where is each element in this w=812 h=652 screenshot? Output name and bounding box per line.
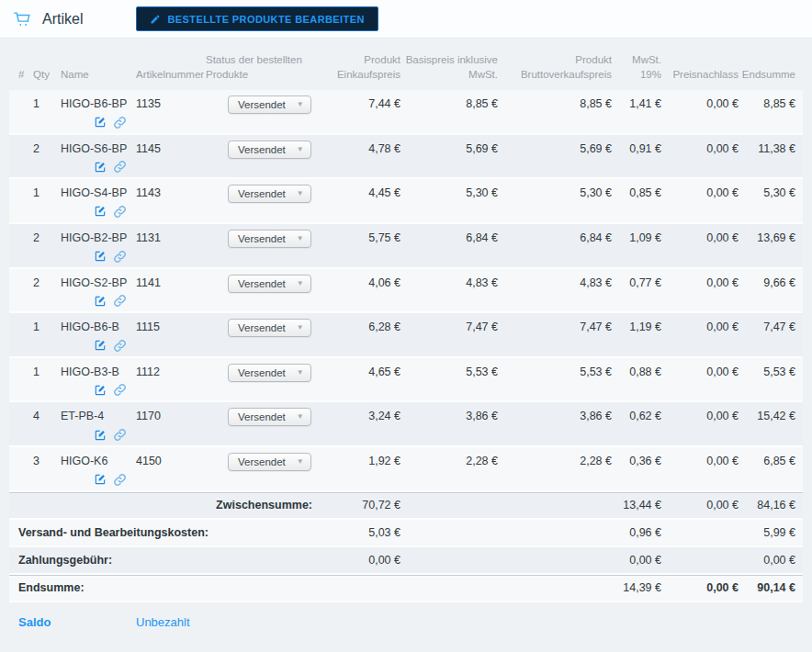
link-product-icon[interactable] <box>113 205 127 219</box>
product-name: HIGO-B6-B <box>61 320 136 335</box>
link-product-icon[interactable] <box>113 250 127 264</box>
status-dropdown[interactable]: Versendet▼ <box>228 408 311 426</box>
link-product-icon[interactable] <box>113 339 127 353</box>
mwst-cell: 1,19 € <box>612 320 661 353</box>
preisnachlass-cell: 0,00 € <box>661 410 739 442</box>
status-value: Versendet <box>238 188 286 199</box>
endsumme-cell: 6,85 € <box>739 455 795 487</box>
basispreis-cell: 2,28 € <box>400 455 498 487</box>
edit-product-icon[interactable] <box>94 339 107 352</box>
saldo-status-link[interactable]: Unbezahlt <box>136 615 190 629</box>
col-header-status: Status der bestellten Produkte <box>206 53 312 82</box>
chevron-down-icon: ▼ <box>297 458 304 466</box>
table-row: 1 HIGO-B3-B 1112 Versendet▼ 4,65 € 5,53 … <box>9 358 803 403</box>
preisnachlass-cell: 0,00 € <box>661 365 739 398</box>
basispreis-cell: 8,85 € <box>400 97 498 129</box>
status-value: Versendet <box>238 233 286 244</box>
status-cell: Versendet▼ <box>206 408 312 442</box>
link-product-icon[interactable] <box>113 116 127 129</box>
row-actions <box>94 428 136 442</box>
link-product-icon[interactable] <box>113 383 127 397</box>
mwst-cell: 0,85 € <box>612 186 661 219</box>
row-index-cell <box>9 320 33 353</box>
shipping-endsumme: 5,99 € <box>739 526 795 539</box>
edit-product-icon[interactable] <box>94 116 107 129</box>
name-cell: HIGO-S2-BP <box>61 276 136 309</box>
qty-cell: 1 <box>33 186 61 219</box>
product-name: ET-PB-4 <box>61 410 136 424</box>
edit-product-icon[interactable] <box>94 473 107 486</box>
status-cell: Versendet▼ <box>206 185 312 219</box>
row-actions <box>94 383 136 397</box>
status-value: Versendet <box>238 456 286 467</box>
status-dropdown[interactable]: Versendet▼ <box>228 364 311 382</box>
subtotal-endsumme: 84,16 € <box>739 499 795 511</box>
name-cell: HIGO-B6-BP <box>61 97 136 129</box>
edit-product-icon[interactable] <box>94 205 107 218</box>
status-value: Versendet <box>238 144 286 155</box>
grand-total-endsumme: 90,14 € <box>739 581 795 594</box>
section-header: Artikel BESTELLTE PRODUKTE BEARBEITEN <box>0 0 812 39</box>
preisnachlass-cell: 0,00 € <box>661 320 739 353</box>
preisnachlass-cell: 0,00 € <box>661 455 739 487</box>
edit-ordered-products-button[interactable]: BESTELLTE PRODUKTE BEARBEITEN <box>136 6 378 31</box>
bruttoverkaufspreis-cell: 4,83 € <box>498 276 612 309</box>
product-name: HIGO-K6 <box>61 455 136 469</box>
artikelnummer-cell: 1131 <box>136 231 206 264</box>
subtotal-preisnachlass: 0,00 € <box>661 499 739 511</box>
qty-cell: 2 <box>33 231 61 264</box>
status-cell: Versendet▼ <box>206 319 312 353</box>
status-value: Versendet <box>238 278 286 289</box>
status-dropdown[interactable]: Versendet▼ <box>228 185 311 203</box>
table-row: 1 HIGO-S4-BP 1143 Versendet▼ 4,45 € 5,30… <box>9 179 803 224</box>
chevron-down-icon: ▼ <box>297 190 304 197</box>
link-product-icon[interactable] <box>113 428 127 442</box>
einkaufspreis-cell: 6,28 € <box>312 320 400 353</box>
saldo-section: Saldo Unbezahlt <box>0 602 812 629</box>
col-header-basispreis: Basispreis inklusive MwSt. <box>400 53 498 82</box>
link-product-icon[interactable] <box>113 473 127 487</box>
status-dropdown[interactable]: Versendet▼ <box>228 141 311 159</box>
col-header-preisnachlass: Preisnachlass <box>661 53 739 82</box>
bruttoverkaufspreis-cell: 3,86 € <box>498 410 612 442</box>
link-product-icon[interactable] <box>113 160 127 174</box>
preisnachlass-cell: 0,00 € <box>661 231 739 264</box>
payment-fee-einkaufspreis: 0,00 € <box>312 554 400 567</box>
name-cell: HIGO-B2-BP <box>61 231 136 264</box>
name-cell: HIGO-S6-BP <box>61 142 136 174</box>
status-dropdown[interactable]: Versendet▼ <box>228 453 311 471</box>
qty-cell: 1 <box>33 97 61 129</box>
row-index-cell <box>9 186 33 219</box>
endsumme-cell: 15,42 € <box>739 410 795 442</box>
status-cell: Versendet▼ <box>206 364 312 398</box>
row-actions <box>94 116 136 129</box>
payment-fee-row: Zahlungsgebühr: 0,00 € 0,00 € 0,00 € <box>9 547 803 575</box>
table-row: 1 HIGO-B6-BP 1135 Versendet▼ 7,44 € 8,85… <box>9 90 803 135</box>
edit-product-icon[interactable] <box>94 161 107 174</box>
status-cell: Versendet▼ <box>206 453 312 487</box>
status-cell: Versendet▼ <box>206 96 312 129</box>
shipping-label: Versand- und Bearbeitungskosten: <box>9 526 312 539</box>
row-actions <box>94 473 136 487</box>
col-header-hash: # <box>9 53 33 82</box>
edit-product-icon[interactable] <box>94 384 107 397</box>
page-title: Artikel <box>42 11 83 28</box>
basispreis-cell: 4,83 € <box>400 276 498 309</box>
endsumme-cell: 5,30 € <box>739 186 795 219</box>
edit-product-icon[interactable] <box>94 429 107 442</box>
edit-product-icon[interactable] <box>94 250 107 263</box>
qty-cell: 3 <box>33 455 61 487</box>
items-table: # Qty Name Artikelnummer Status der best… <box>0 39 812 602</box>
endsumme-cell: 8,85 € <box>739 97 795 129</box>
chevron-down-icon: ▼ <box>297 146 304 153</box>
status-dropdown[interactable]: Versendet▼ <box>228 96 311 114</box>
einkaufspreis-cell: 4,45 € <box>312 186 400 219</box>
status-dropdown[interactable]: Versendet▼ <box>228 275 311 293</box>
row-index-cell <box>9 365 33 398</box>
edit-product-icon[interactable] <box>94 295 107 308</box>
status-dropdown[interactable]: Versendet▼ <box>228 319 311 337</box>
table-row: 2 HIGO-S6-BP 1145 Versendet▼ 4,78 € 5,69… <box>9 135 803 180</box>
status-dropdown[interactable]: Versendet▼ <box>228 230 311 248</box>
grand-total-preisnachlass: 0,00 € <box>661 581 739 594</box>
link-product-icon[interactable] <box>113 294 127 308</box>
